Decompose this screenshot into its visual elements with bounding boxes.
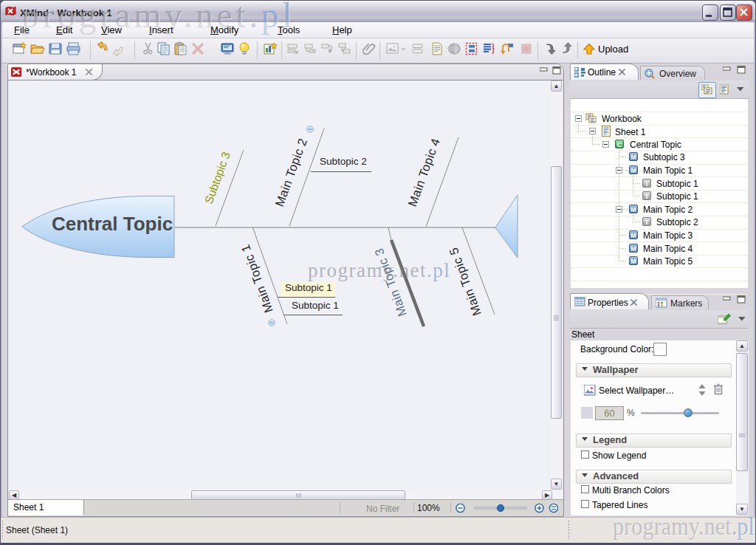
svg-text:Main Topic 3: Main Topic 3: [372, 247, 409, 318]
svg-text:Central Topic: Central Topic: [52, 213, 173, 235]
svg-text:Subtopic 1: Subtopic 1: [285, 282, 332, 293]
svg-text:Main Topic 1: Main Topic 1: [238, 243, 275, 315]
svg-text:Subtopic 1: Subtopic 1: [292, 300, 339, 311]
svg-text:Main Topic 5: Main Topic 5: [447, 246, 484, 318]
svg-text:Subtopic 2: Subtopic 2: [320, 156, 367, 167]
svg-text:Main Topic 2: Main Topic 2: [272, 137, 309, 208]
svg-text:Subtopic 3: Subtopic 3: [202, 150, 233, 205]
